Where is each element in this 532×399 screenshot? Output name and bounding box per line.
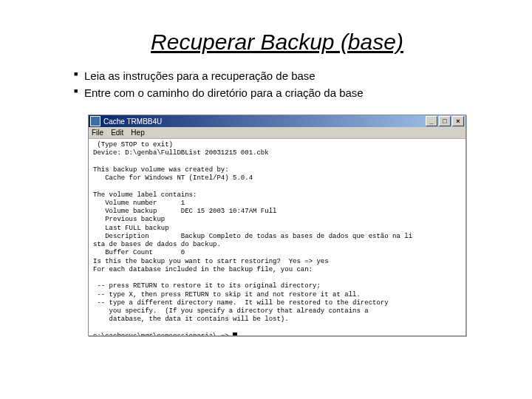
minimize-button[interactable]: _ bbox=[426, 116, 437, 126]
close-button[interactable]: × bbox=[452, 116, 464, 126]
menu-edit[interactable]: Edit bbox=[111, 129, 123, 137]
console-output[interactable]: (Type STOP to exit) Device: D:\genba\Ful… bbox=[89, 139, 466, 335]
list-item: Leia as instruções para a recuperação de… bbox=[74, 68, 488, 85]
titlebar: Cache TRMBB4U _ □ × bbox=[89, 115, 466, 127]
menu-help[interactable]: Hep bbox=[131, 129, 144, 137]
cursor bbox=[233, 332, 237, 335]
maximize-button[interactable]: □ bbox=[439, 116, 451, 126]
menubar: File Edit Hep bbox=[89, 127, 466, 139]
window-title: Cache TRMBB4U bbox=[103, 117, 162, 126]
bullet-list: Leia as instruções para a recuperação de… bbox=[66, 68, 488, 101]
slide-title: Recuperar Backup (base) bbox=[66, 30, 488, 55]
list-item: Entre com o caminho do diretório para a … bbox=[74, 85, 488, 102]
terminal-window: Cache TRMBB4U _ □ × File Edit Hep (Type … bbox=[88, 115, 466, 336]
menu-file[interactable]: File bbox=[92, 129, 103, 137]
app-icon bbox=[90, 116, 100, 126]
